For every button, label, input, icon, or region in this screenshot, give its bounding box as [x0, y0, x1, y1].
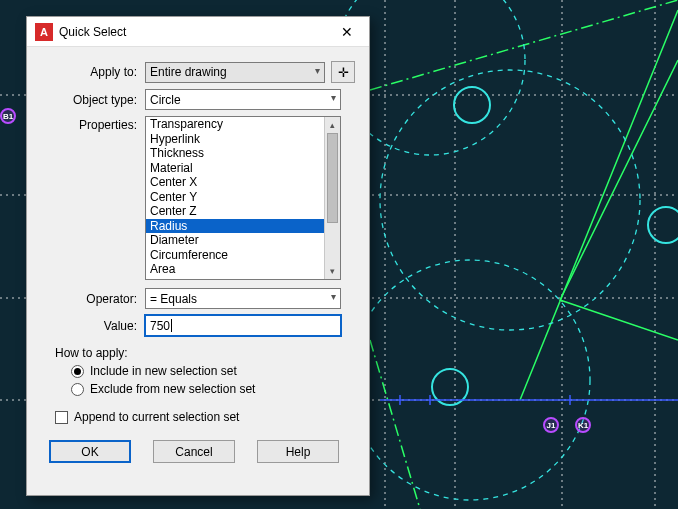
object-type-value: Circle	[150, 93, 181, 107]
dialog-title: Quick Select	[59, 25, 126, 39]
ok-button[interactable]: OK	[49, 440, 131, 463]
radio-exclude-indicator	[71, 383, 84, 396]
svg-point-12	[350, 260, 590, 500]
scroll-up-icon[interactable]: ▴	[325, 117, 340, 133]
property-item[interactable]: Circumference	[146, 248, 324, 263]
append-checkbox[interactable]: Append to current selection set	[55, 410, 355, 424]
svg-point-14	[454, 87, 490, 123]
value-input[interactable]: 750	[145, 315, 341, 336]
scroll-down-icon[interactable]: ▾	[325, 263, 340, 279]
help-button[interactable]: Help	[257, 440, 339, 463]
scrollbar[interactable]: ▴ ▾	[324, 117, 340, 279]
scroll-thumb[interactable]	[327, 133, 338, 223]
property-item[interactable]: Area	[146, 262, 324, 277]
app-icon	[35, 23, 53, 41]
svg-point-15	[648, 207, 678, 243]
how-to-apply-label: How to apply:	[55, 346, 355, 360]
properties-label: Properties:	[41, 116, 145, 132]
property-item[interactable]: Material	[146, 161, 324, 176]
append-checkbox-label: Append to current selection set	[74, 410, 239, 424]
cancel-button[interactable]: Cancel	[153, 440, 235, 463]
apply-to-value: Entire drawing	[150, 65, 227, 79]
properties-items[interactable]: TransparencyHyperlinkThicknessMaterialCe…	[146, 117, 324, 279]
apply-to-label: Apply to:	[41, 65, 145, 79]
radio-exclude[interactable]: Exclude from new selection set	[71, 382, 355, 396]
operator-value: = Equals	[150, 292, 197, 306]
property-item[interactable]: Center X	[146, 175, 324, 190]
radio-include[interactable]: Include in new selection set	[71, 364, 355, 378]
marker-j1: J1	[543, 417, 559, 433]
append-checkbox-box	[55, 411, 68, 424]
operator-label: Operator:	[41, 292, 145, 306]
titlebar: Quick Select ✕	[27, 17, 369, 47]
radio-exclude-label: Exclude from new selection set	[90, 382, 255, 396]
value-text: 750	[150, 319, 170, 333]
pick-objects-button[interactable]: ✛	[331, 61, 355, 83]
radio-include-label: Include in new selection set	[90, 364, 237, 378]
object-type-combo[interactable]: Circle	[145, 89, 341, 110]
property-item[interactable]: Diameter	[146, 233, 324, 248]
property-item[interactable]: Thickness	[146, 146, 324, 161]
property-item[interactable]: Normal X	[146, 277, 324, 280]
property-item[interactable]: Center Z	[146, 204, 324, 219]
radio-include-indicator	[71, 365, 84, 378]
crosshair-icon: ✛	[338, 65, 349, 80]
object-type-label: Object type:	[41, 93, 145, 107]
property-item[interactable]: Radius	[146, 219, 324, 234]
text-caret	[171, 319, 172, 332]
marker-b1: B1	[0, 108, 16, 124]
svg-line-9	[370, 340, 420, 509]
property-item[interactable]: Transparency	[146, 117, 324, 132]
apply-to-combo[interactable]: Entire drawing	[145, 62, 325, 83]
operator-combo[interactable]: = Equals	[145, 288, 341, 309]
svg-line-10	[520, 10, 678, 400]
quick-select-dialog: Quick Select ✕ Apply to: Entire drawing …	[26, 16, 370, 496]
marker-k1: K1	[575, 417, 591, 433]
property-item[interactable]: Center Y	[146, 190, 324, 205]
value-label: Value:	[41, 319, 145, 333]
properties-listbox[interactable]: TransparencyHyperlinkThicknessMaterialCe…	[145, 116, 341, 280]
property-item[interactable]: Hyperlink	[146, 132, 324, 147]
close-icon[interactable]: ✕	[325, 17, 369, 47]
